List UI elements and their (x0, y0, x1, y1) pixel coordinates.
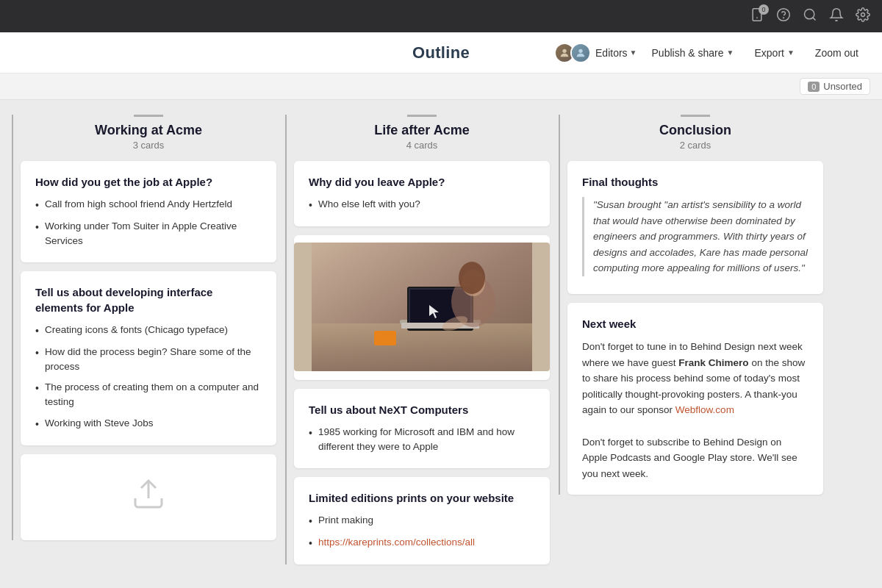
list-item: •https://kareprints.com/collections/all (309, 535, 535, 551)
prints-link[interactable]: https://kareprints.com/collections/all (318, 535, 475, 550)
svg-point-1 (756, 17, 758, 18)
bullet-icon: • (35, 198, 39, 213)
card-prints: Limited editions prints on your website … (294, 477, 550, 564)
list-item: •Print making (309, 513, 535, 529)
card-next-week-body: Don't forget to tune in to Behind Design… (582, 339, 808, 481)
export-button[interactable]: Export ▼ (748, 44, 800, 62)
search-icon[interactable] (803, 7, 817, 26)
column2-cards: Why did you leave Apple? •Who else left … (294, 161, 550, 564)
question-icon[interactable] (776, 7, 791, 26)
svg-line-5 (813, 17, 816, 20)
col3-separator (559, 115, 560, 495)
list-item: •Working with Steve Jobs (35, 416, 262, 432)
bullet-icon: • (35, 417, 39, 432)
blockquote-text: "Susan brought "an artist's sensibility … (593, 197, 808, 276)
bullet-icon: • (309, 514, 312, 529)
list-item: •The process of creating them on a compu… (35, 380, 262, 410)
svg-point-8 (578, 49, 582, 52)
list-item: •Working under Tom Suiter in Apple Creat… (35, 219, 262, 249)
card-apple-job-list: •Call from high school friend Andy Hertz… (35, 197, 262, 249)
card-apple-job: How did you get the job at Apple? •Call … (21, 161, 276, 262)
card-next-week: Next week Don't forget to tune in to Beh… (567, 303, 823, 495)
card-interface-elements: Tell us about developing interface eleme… (21, 271, 276, 445)
column-conclusion: Conclusion 2 cards Final thoughts "Susan… (567, 115, 823, 495)
col1-separator (12, 115, 13, 540)
svg-point-21 (459, 262, 485, 294)
tablet-badge: 0 (759, 4, 769, 15)
svg-point-7 (562, 49, 566, 52)
list-item: •1985 working for Microsoft and IBM and … (309, 425, 535, 455)
svg-point-6 (861, 12, 865, 16)
webflow-link[interactable]: Webflow.com (675, 404, 734, 415)
col1-top-line (134, 115, 163, 117)
list-item: •How did the process begin? Share some o… (35, 345, 262, 375)
bullet-icon: • (309, 426, 312, 441)
avatar-stack (554, 43, 591, 63)
card-upload[interactable] (21, 454, 276, 540)
tablet-icon[interactable]: 0 (750, 7, 764, 26)
card-final-thoughts: Final thoughts "Susan brought "an artist… (567, 161, 823, 294)
header: Outline Editors (0, 32, 882, 74)
column-working-at-acme: Working at Acme 3 cards How did you get … (21, 115, 276, 540)
app-wrapper: 0 Outline (0, 0, 882, 588)
bell-icon[interactable] (829, 7, 844, 26)
column3-header: Conclusion 2 cards (567, 123, 823, 151)
card-laptop-image (294, 235, 550, 380)
unsorted-label: Unsorted (823, 81, 862, 92)
editors-button[interactable]: Editors ▼ (554, 43, 637, 63)
bullet-icon: • (35, 220, 39, 235)
card-final-thoughts-title: Final thoughts (582, 174, 808, 190)
column1-title: Working at Acme (21, 123, 276, 138)
export-chevron: ▼ (787, 49, 795, 57)
card-prints-list: •Print making •https://kareprints.com/co… (309, 513, 535, 551)
bullet-icon: • (309, 536, 312, 551)
list-item: •Creating icons & fonts (Chicago typefac… (35, 323, 262, 339)
col2-top-line (407, 115, 437, 117)
card-leave-apple: Why did you leave Apple? •Who else left … (294, 161, 550, 226)
list-item: •Who else left with you? (309, 197, 535, 213)
toolbar: 0 Unsorted (0, 74, 882, 100)
list-item: •Call from high school friend Andy Hertz… (35, 197, 262, 213)
card-next-computers: Tell us about NeXT Computers •1985 worki… (294, 389, 550, 468)
top-bar: 0 (0, 0, 882, 32)
card-next-list: •1985 working for Microsoft and IBM and … (309, 425, 535, 455)
bullet-icon: • (35, 381, 39, 396)
col2-separator (285, 115, 287, 564)
card-leave-apple-list: •Who else left with you? (309, 197, 535, 213)
page-title: Outline (412, 43, 470, 62)
svg-point-4 (805, 9, 814, 18)
main-content: Working at Acme 3 cards How did you get … (0, 100, 882, 588)
editors-chevron: ▼ (630, 49, 637, 57)
unsorted-count: 0 (808, 82, 820, 92)
laptop-image (294, 243, 550, 371)
blockquote: "Susan brought "an artist's sensibility … (582, 197, 808, 276)
column-life-after-acme: Life after Acme 4 cards Why did you leav… (294, 115, 550, 564)
column3-title: Conclusion (567, 123, 823, 138)
column3-cards: Final thoughts "Susan brought "an artist… (567, 161, 823, 495)
card-interface-elements-list: •Creating icons & fonts (Chicago typefac… (35, 323, 262, 432)
column1-subtitle: 3 cards (21, 140, 276, 151)
svg-rect-18 (374, 331, 396, 345)
header-right: Editors ▼ Publish & share ▼ Export ▼ Zoo… (554, 43, 864, 63)
column2-header: Life after Acme 4 cards (294, 123, 550, 151)
avatar-2 (570, 43, 591, 63)
bullet-icon: • (35, 345, 39, 361)
card-leave-apple-title: Why did you leave Apple? (309, 174, 535, 190)
column1-cards: How did you get the job at Apple? •Call … (21, 161, 276, 540)
card-next-week-title: Next week (582, 316, 808, 331)
bullet-icon: • (35, 323, 39, 339)
unsorted-badge[interactable]: 0 Unsorted (800, 78, 870, 95)
column2-title: Life after Acme (294, 123, 550, 138)
col3-top-line (681, 115, 710, 117)
upload-icon (131, 476, 166, 518)
svg-point-2 (778, 8, 790, 21)
settings-icon[interactable] (856, 7, 870, 26)
zoom-out-button[interactable]: Zoom out (809, 44, 864, 62)
column3-subtitle: 2 cards (567, 140, 823, 151)
publish-share-button[interactable]: Publish & share ▼ (646, 44, 740, 62)
card-interface-elements-title: Tell us about developing interface eleme… (35, 284, 262, 315)
column1-header: Working at Acme 3 cards (21, 123, 276, 151)
publish-chevron: ▼ (727, 49, 734, 57)
card-apple-job-title: How did you get the job at Apple? (35, 174, 262, 190)
card-prints-title: Limited editions prints on your website (309, 490, 535, 506)
